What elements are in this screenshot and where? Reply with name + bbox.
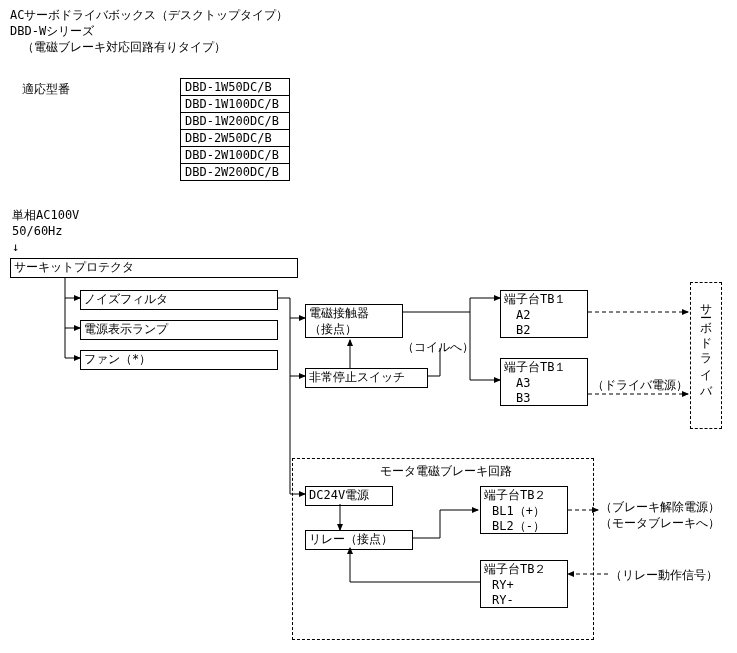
wiring-svg: [0, 0, 737, 653]
